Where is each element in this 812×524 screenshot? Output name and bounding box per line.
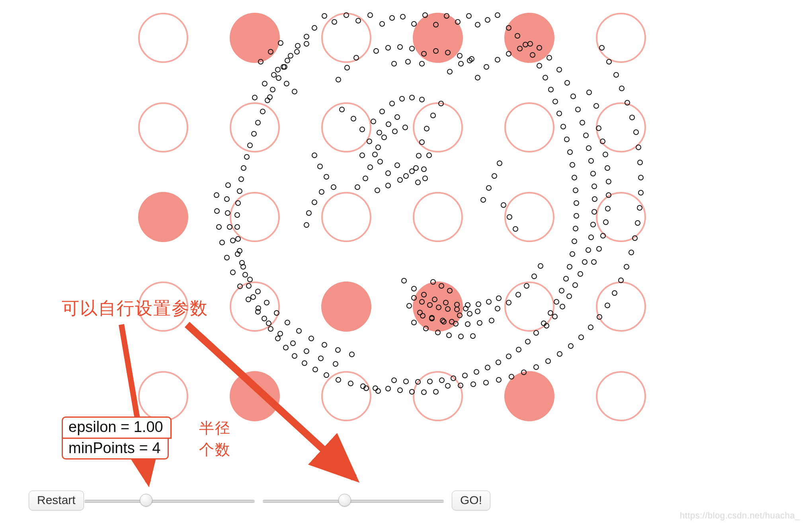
- data-point: [214, 208, 220, 214]
- data-point: [419, 61, 425, 66]
- data-point: [241, 165, 246, 171]
- minpoints-slider[interactable]: [263, 497, 444, 505]
- data-point: [567, 149, 573, 155]
- data-point: [557, 351, 562, 357]
- data-point: [629, 115, 635, 120]
- data-point: [377, 130, 382, 135]
- data-point: [214, 192, 219, 198]
- data-point: [574, 213, 579, 219]
- data-point: [422, 12, 428, 18]
- data-point: [618, 278, 624, 283]
- data-point: [590, 222, 596, 227]
- data-point: [262, 81, 267, 86]
- data-point: [439, 377, 445, 383]
- data-point: [333, 361, 338, 367]
- slider-track: [263, 500, 444, 503]
- data-point: [570, 162, 575, 168]
- data-point: [363, 176, 368, 181]
- epsilon-display: epsilon = 1.00: [62, 416, 172, 439]
- data-point: [588, 325, 593, 330]
- data-point: [533, 364, 539, 370]
- data-point: [234, 224, 240, 230]
- data-point: [242, 272, 248, 278]
- slider-thumb[interactable]: [338, 494, 351, 506]
- data-point: [477, 320, 482, 326]
- data-point: [586, 145, 591, 151]
- data-point: [509, 374, 514, 379]
- data-point: [401, 278, 407, 284]
- data-point: [391, 377, 397, 383]
- data-point: [421, 166, 427, 172]
- data-point: [588, 158, 594, 164]
- data-point: [281, 64, 286, 70]
- data-point: [377, 159, 383, 164]
- data-point: [409, 168, 415, 174]
- data-point: [246, 283, 252, 289]
- data-point: [397, 177, 403, 183]
- data-point: [367, 139, 372, 144]
- data-point: [264, 300, 269, 305]
- eps-circle: [321, 371, 371, 421]
- data-point: [501, 202, 506, 208]
- data-point: [603, 219, 609, 225]
- data-point: [235, 236, 241, 242]
- data-point: [506, 51, 511, 57]
- data-point: [474, 369, 479, 375]
- data-point: [537, 45, 542, 51]
- data-point: [252, 95, 258, 100]
- data-point: [421, 292, 427, 297]
- watermark: https://blog.csdn.net/huacha_: [680, 510, 800, 521]
- eps-circle-core: [230, 13, 280, 63]
- slider-thumb[interactable]: [140, 494, 152, 506]
- data-point: [513, 226, 518, 232]
- data-point: [391, 61, 397, 66]
- data-point: [271, 72, 277, 78]
- data-point: [484, 64, 489, 70]
- data-point: [566, 293, 572, 299]
- data-point: [506, 354, 511, 359]
- data-point: [613, 72, 619, 78]
- data-point: [552, 99, 558, 104]
- data-point: [295, 43, 301, 49]
- data-point: [421, 389, 427, 395]
- data-point: [445, 306, 451, 312]
- data-point: [489, 318, 494, 323]
- data-point: [590, 171, 596, 176]
- data-point: [385, 386, 391, 391]
- data-point: [545, 358, 551, 364]
- data-point: [403, 173, 409, 179]
- data-point: [570, 94, 576, 99]
- data-point: [638, 190, 644, 196]
- go-button[interactable]: GO!: [452, 491, 490, 510]
- data-point: [470, 333, 476, 339]
- data-point: [486, 185, 492, 191]
- data-point: [283, 345, 289, 350]
- data-point: [454, 307, 460, 312]
- data-point: [564, 80, 570, 86]
- epsilon-slider[interactable]: [84, 497, 255, 505]
- data-point: [255, 309, 261, 315]
- eps-circle: [138, 102, 188, 153]
- data-point: [238, 176, 244, 182]
- data-point: [367, 164, 373, 170]
- data-point: [559, 288, 564, 293]
- slider-track: [84, 500, 255, 503]
- data-point: [219, 240, 225, 245]
- data-point: [580, 120, 585, 125]
- data-point: [373, 48, 379, 54]
- data-point: [344, 12, 349, 18]
- data-point: [427, 302, 433, 308]
- data-point: [573, 188, 578, 193]
- data-point: [424, 126, 429, 131]
- restart-button[interactable]: Restart: [29, 491, 84, 510]
- data-point: [582, 259, 588, 265]
- data-point: [480, 197, 486, 203]
- data-point: [262, 316, 267, 321]
- canvas: 可以自行设置参数 epsilon = 1.00 minPoints = 4 半径…: [0, 0, 812, 524]
- data-point: [416, 153, 422, 158]
- data-point: [538, 263, 543, 269]
- data-point: [507, 214, 512, 220]
- data-point: [475, 309, 480, 314]
- data-point: [497, 160, 502, 166]
- data-point: [290, 340, 296, 346]
